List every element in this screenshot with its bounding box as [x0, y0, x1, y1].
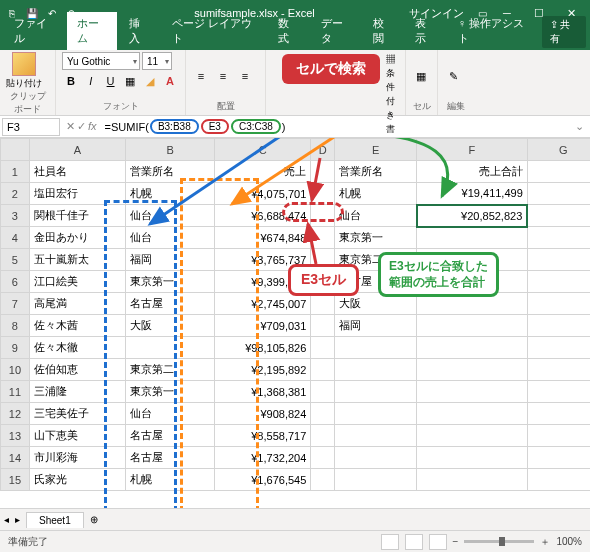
cell[interactable]	[527, 447, 590, 469]
sheet-tab-1[interactable]: Sheet1	[26, 512, 84, 528]
cell[interactable]	[417, 425, 528, 447]
cell[interactable]	[335, 425, 417, 447]
row-header[interactable]: 2	[1, 183, 30, 205]
cell[interactable]: 名古屋	[126, 447, 215, 469]
cell[interactable]	[311, 205, 335, 227]
edit-button[interactable]: ✎	[444, 67, 462, 85]
cancel-formula-icon[interactable]: ✕	[66, 120, 75, 133]
row-header[interactable]: 15	[1, 469, 30, 491]
cell[interactable]: 三浦隆	[29, 381, 125, 403]
cell[interactable]	[311, 359, 335, 381]
cell[interactable]	[527, 249, 590, 271]
cell[interactable]	[417, 381, 528, 403]
fill-color-button[interactable]: ◢	[141, 72, 159, 90]
row-header[interactable]: 1	[1, 161, 30, 183]
cell[interactable]	[527, 469, 590, 491]
align-mid-icon[interactable]: ≡	[214, 67, 232, 85]
cell[interactable]	[527, 425, 590, 447]
col-header-G[interactable]: G	[527, 139, 590, 161]
cell[interactable]: 佐々木徹	[29, 337, 125, 359]
cell[interactable]	[527, 183, 590, 205]
cell[interactable]: 営業所名	[335, 161, 417, 183]
cell[interactable]	[527, 381, 590, 403]
cell[interactable]: 仙台	[126, 403, 215, 425]
tab-layout[interactable]: ページ レイアウト	[162, 12, 266, 50]
cell[interactable]	[527, 315, 590, 337]
col-header-B[interactable]: B	[126, 139, 215, 161]
tab-view[interactable]: 表示	[405, 12, 445, 50]
cell[interactable]: 札幌	[126, 469, 215, 491]
cell[interactable]	[527, 227, 590, 249]
cell[interactable]: 仙台	[335, 205, 417, 227]
cell[interactable]	[527, 161, 590, 183]
cell[interactable]: ¥709,031	[215, 315, 311, 337]
cell[interactable]: 札幌	[335, 183, 417, 205]
accept-formula-icon[interactable]: ✓	[77, 120, 86, 133]
cell[interactable]	[335, 337, 417, 359]
align-top-icon[interactable]: ≡	[192, 67, 210, 85]
row-header[interactable]: 5	[1, 249, 30, 271]
cell[interactable]	[417, 469, 528, 491]
col-header-F[interactable]: F	[417, 139, 528, 161]
cell[interactable]	[311, 381, 335, 403]
cell[interactable]: 山下恵美	[29, 425, 125, 447]
zoom-out-icon[interactable]: −	[453, 536, 459, 547]
cell[interactable]: 福岡	[335, 315, 417, 337]
cell[interactable]	[527, 337, 590, 359]
cell[interactable]: ¥19,411,499	[417, 183, 528, 205]
cell[interactable]: 江口絵美	[29, 271, 125, 293]
name-box[interactable]: F3	[2, 118, 60, 136]
row-header[interactable]: 12	[1, 403, 30, 425]
cell[interactable]: ¥6,688,474	[215, 205, 311, 227]
cell[interactable]	[335, 381, 417, 403]
row-header[interactable]: 7	[1, 293, 30, 315]
cell[interactable]	[417, 403, 528, 425]
add-sheet-icon[interactable]: ⊕	[90, 514, 98, 525]
underline-button[interactable]: U	[102, 72, 120, 90]
view-layout-icon[interactable]	[405, 534, 423, 550]
cell[interactable]	[417, 227, 528, 249]
cell[interactable]: ¥98,105,826	[215, 337, 311, 359]
cell[interactable]: ¥2,195,892	[215, 359, 311, 381]
cell[interactable]: 札幌	[126, 183, 215, 205]
cells-button[interactable]: ▦	[412, 67, 430, 85]
col-header-D[interactable]: D	[311, 139, 335, 161]
cell[interactable]: 社員名	[29, 161, 125, 183]
cell[interactable]: 売上合計	[417, 161, 528, 183]
cell[interactable]: 三宅美佐子	[29, 403, 125, 425]
tab-home[interactable]: ホーム	[67, 12, 118, 50]
tab-formulas[interactable]: 数式	[268, 12, 308, 50]
fx-icon[interactable]: fx	[88, 120, 97, 133]
cell[interactable]: ¥674,848	[215, 227, 311, 249]
cell[interactable]	[311, 469, 335, 491]
tab-assist[interactable]: ♀ 操作アシスト	[448, 12, 540, 50]
cell[interactable]: 東京第一	[335, 227, 417, 249]
cell[interactable]	[126, 337, 215, 359]
cell[interactable]	[311, 337, 335, 359]
view-pagebreak-icon[interactable]	[429, 534, 447, 550]
cell[interactable]: 東京第二	[126, 359, 215, 381]
cell[interactable]: 大阪	[126, 315, 215, 337]
cell[interactable]	[311, 161, 335, 183]
cell[interactable]: 名古屋	[126, 293, 215, 315]
tab-insert[interactable]: 挿入	[119, 12, 159, 50]
col-header-A[interactable]: A	[29, 139, 125, 161]
row-header[interactable]: 6	[1, 271, 30, 293]
row-header[interactable]: 4	[1, 227, 30, 249]
cell[interactable]: ¥1,368,381	[215, 381, 311, 403]
cell[interactable]: ¥908,824	[215, 403, 311, 425]
cell[interactable]: ¥4,075,701	[215, 183, 311, 205]
expand-formula-icon[interactable]: ⌄	[569, 120, 590, 133]
sheet-nav-prev-icon[interactable]: ◂	[4, 514, 9, 525]
font-name-combo[interactable]: Yu Gothic	[62, 52, 140, 70]
cell[interactable]	[527, 271, 590, 293]
cell[interactable]	[311, 227, 335, 249]
cell[interactable]	[527, 205, 590, 227]
border-button[interactable]: ▦	[121, 72, 139, 90]
cell[interactable]	[417, 359, 528, 381]
cell[interactable]	[417, 315, 528, 337]
cell[interactable]	[417, 447, 528, 469]
cell[interactable]: 東京第一	[126, 271, 215, 293]
formula-input[interactable]: =SUMIF(B3:B38E3C3:C38)	[101, 119, 569, 134]
row-header[interactable]: 9	[1, 337, 30, 359]
